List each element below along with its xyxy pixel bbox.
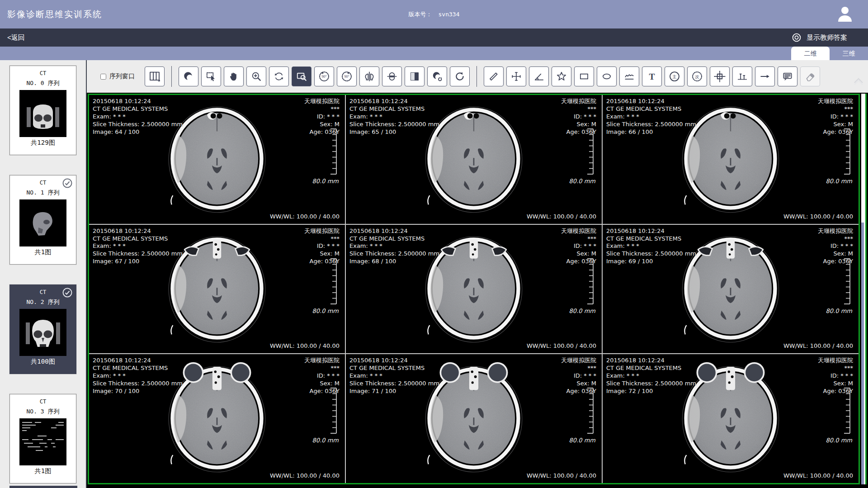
tool-primary-mark-button[interactable]: 主 <box>665 66 684 86</box>
series-modality: CT <box>10 70 76 76</box>
tool-layout-button[interactable] <box>145 66 165 86</box>
scrollbar-thumb[interactable] <box>861 223 864 484</box>
viewport-cell[interactable]: 20150618 10:12:24 CT GE MEDICAL SYSTEMS … <box>603 95 859 224</box>
version-label: 版本号： <box>409 10 432 19</box>
eye-icon <box>791 33 802 42</box>
thumbnail-skull-front <box>19 90 66 137</box>
scale-ruler: 80.0 mm <box>569 386 595 444</box>
viewport-cell[interactable]: 20150618 10:12:24 CT GE MEDICAL SYSTEMS … <box>346 225 602 354</box>
tool-ruler-button[interactable] <box>484 66 504 86</box>
series-card-3[interactable]: CT NO. 3 序列 共1图 <box>9 394 76 483</box>
overlay-slice-thickness: Slice Thickness: 2.500000 mm <box>606 380 696 388</box>
viewport-cell[interactable]: 20150618 10:12:24 CT GE MEDICAL SYSTEMS … <box>603 225 859 354</box>
tool-zoom-region-button[interactable] <box>292 66 311 86</box>
cell-overlay-top-left: 20150618 10:12:24 CT GE MEDICAL SYSTEMS … <box>93 227 183 265</box>
viewport-cell[interactable]: 20150618 10:12:24 CT GE MEDICAL SYSTEMS … <box>346 95 602 224</box>
overlay-wwwl: WW/WL: 100.00 / 40.00 <box>270 342 340 350</box>
viewport-cell[interactable]: 20150618 10:12:24 CT GE MEDICAL SYSTEMS … <box>89 354 345 483</box>
scale-ruler-icon <box>329 257 339 306</box>
tool-profile-line-button[interactable] <box>732 66 752 86</box>
tool-pan-button[interactable] <box>224 66 244 86</box>
tool-comment-button[interactable] <box>778 66 797 86</box>
overlay-image-counter: Image: 65 / 100 <box>349 128 439 136</box>
tool-rotate-90-ccw-button[interactable]: 90° <box>314 66 334 86</box>
tool-flip-vertical-button[interactable] <box>382 66 402 86</box>
overlay-manufacturer: CT GE MEDICAL SYSTEMS <box>349 105 439 113</box>
series-window-checkbox[interactable] <box>100 74 106 80</box>
tool-invert-button[interactable] <box>405 66 425 86</box>
cell-overlay-top-left: 20150618 10:12:24 CT GE MEDICAL SYSTEMS … <box>606 98 696 136</box>
tool-rotate-90-cw-button[interactable]: 90° <box>337 66 357 86</box>
tool-curve-button[interactable] <box>619 66 639 86</box>
cell-overlay-top-left: 20150618 10:12:24 CT GE MEDICAL SYSTEMS … <box>93 357 183 395</box>
viewport-scrollbar[interactable] <box>861 94 867 484</box>
overlay-wwwl: WW/WL: 100.00 / 40.00 <box>783 342 853 350</box>
svg-text:T: T <box>649 72 655 81</box>
overlay-hospital: 天堰模拟医院 <box>561 357 596 365</box>
series-card-1[interactable]: CT NO. 1 序列 共1图 <box>9 175 76 265</box>
tool-rotate-free-button[interactable] <box>269 66 289 86</box>
user-avatar-icon[interactable] <box>835 5 854 24</box>
overlay-exam: Exam: * * * <box>93 372 183 380</box>
tool-eraser-button[interactable] <box>800 66 820 86</box>
scale-label: 80.0 mm <box>312 178 339 185</box>
tool-ellipse-button[interactable] <box>597 66 617 86</box>
tool-center-cross-button[interactable] <box>710 66 730 86</box>
overlay-patient-id: ID: * * * <box>304 372 340 380</box>
overlay-hospital: 天堰模拟医院 <box>304 98 340 105</box>
overlay-image-counter: Image: 71 / 100 <box>349 388 439 395</box>
tool-reset-button[interactable] <box>450 66 470 86</box>
tool-window-level-button[interactable] <box>179 66 198 86</box>
tool-select-button[interactable] <box>201 66 221 86</box>
tool-star-polygon-button[interactable] <box>552 66 571 86</box>
overlay-datetime: 20150618 10:12:24 <box>93 98 183 105</box>
overlay-slice-thickness: Slice Thickness: 2.500000 mm <box>349 250 439 258</box>
overlay-hospital: 天堰模拟医院 <box>304 227 340 235</box>
viewport-cell[interactable]: 20150618 10:12:24 CT GE MEDICAL SYSTEMS … <box>346 354 602 483</box>
collapse-toolbar-icon[interactable] <box>853 76 864 85</box>
show-teacher-answer-button[interactable]: 显示教师答案 <box>791 33 847 42</box>
viewport-cell[interactable]: 20150618 10:12:24 CT GE MEDICAL SYSTEMS … <box>89 95 345 224</box>
tool-text-button[interactable]: T <box>642 66 662 86</box>
series-count: 共100图 <box>10 358 76 366</box>
overlay-stars: *** <box>304 365 340 372</box>
cell-overlay-top-left: 20150618 10:12:24 CT GE MEDICAL SYSTEMS … <box>349 227 439 265</box>
tool-secondary-mark-button[interactable]: 次 <box>687 66 707 86</box>
rotate-icon <box>273 71 285 82</box>
tool-window-preset-button[interactable] <box>427 66 447 86</box>
overlay-wwwl: WW/WL: 100.00 / 40.00 <box>783 213 853 221</box>
series-card-2[interactable]: CT NO. 2 序列 共100图 <box>9 284 76 374</box>
rotate-90-cw-icon: 90° <box>340 70 353 83</box>
view-tabs: 二维 三维 <box>791 47 868 60</box>
overlay-patient-id: ID: * * * <box>561 113 596 121</box>
scale-ruler-icon <box>329 127 339 176</box>
tool-cross-measure-button[interactable] <box>506 66 526 86</box>
tool-arrow-button[interactable] <box>755 66 775 86</box>
scale-ruler: 80.0 mm <box>826 127 852 185</box>
viewport-cell[interactable]: 20150618 10:12:24 CT GE MEDICAL SYSTEMS … <box>89 225 345 354</box>
primary-mark-icon: 主 <box>668 70 681 83</box>
overlay-stars: *** <box>818 365 853 372</box>
view-tab-band: 二维 三维 <box>0 47 868 60</box>
overlay-slice-thickness: Slice Thickness: 2.500000 mm <box>93 380 183 388</box>
overlay-stars: *** <box>561 365 596 372</box>
check-icon <box>62 288 72 298</box>
viewport-cell[interactable]: 20150618 10:12:24 CT GE MEDICAL SYSTEMS … <box>603 354 859 483</box>
overlay-slice-thickness: Slice Thickness: 2.500000 mm <box>93 250 183 258</box>
tab-2d[interactable]: 二维 <box>791 47 830 60</box>
scale-ruler-icon <box>842 386 852 435</box>
tool-flip-horizontal-button[interactable] <box>359 66 379 86</box>
cell-overlay-top-left: 20150618 10:12:24 CT GE MEDICAL SYSTEMS … <box>349 98 439 136</box>
tool-zoom-button[interactable] <box>246 66 266 86</box>
tool-angle-button[interactable] <box>529 66 549 86</box>
overlay-patient-id: ID: * * * <box>818 242 853 250</box>
series-label: NO. 3 序列 <box>10 407 76 416</box>
tab-3d[interactable]: 三维 <box>830 47 868 60</box>
tool-rectangle-button[interactable] <box>574 66 594 86</box>
overlay-datetime: 20150618 10:12:24 <box>93 227 183 235</box>
overlay-manufacturer: CT GE MEDICAL SYSTEMS <box>93 365 183 372</box>
series-card-0[interactable]: CT NO. 0 序列 共129图 <box>9 66 76 155</box>
overlay-hospital: 天堰模拟医院 <box>818 357 853 365</box>
back-button[interactable]: <返回 <box>7 33 25 42</box>
overlay-manufacturer: CT GE MEDICAL SYSTEMS <box>606 235 696 243</box>
